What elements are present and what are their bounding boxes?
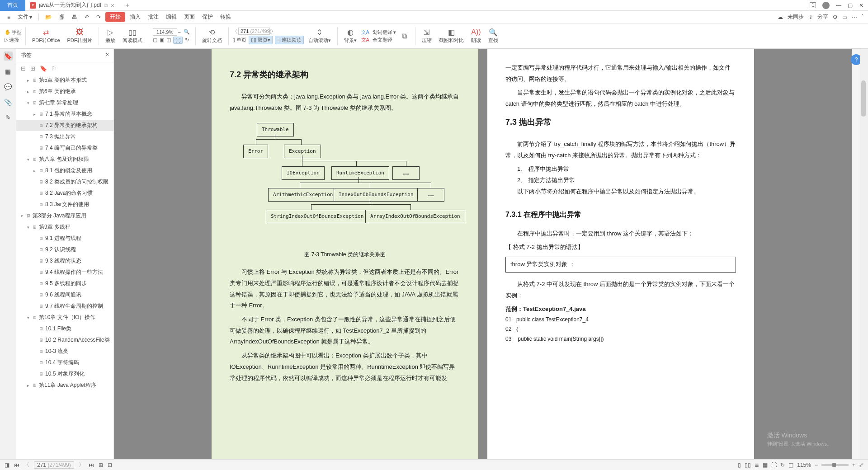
actual-size-icon[interactable]: ◫ [166,37,171,43]
compress[interactable]: ⇲压缩 [419,25,434,47]
bookmark-item[interactable]: ▾🗏第3部分 Java程序应用 [16,210,113,221]
extract[interactable]: ⧉ [398,25,411,47]
undo-icon[interactable]: ↶ [82,13,92,21]
scroll-thumb[interactable] [861,80,866,117]
bookmark-item[interactable]: ▾🗏第七章 异常处理 [16,97,113,108]
zoom-in-icon[interactable]: 🔍 [184,29,190,35]
fit-icon[interactable]: ⛶ [771,462,777,468]
bookmark-item[interactable]: 🗏9.5 多线程的同步 [16,278,113,289]
bookmark-panel-icon[interactable]: 🔖 [4,52,13,61]
fit-width-icon[interactable]: ▢ [153,37,157,43]
menu-annotate[interactable]: 批注 [145,12,161,22]
hand-tool[interactable]: ✋手型 [5,29,22,36]
close-panel-icon[interactable]: × [106,52,109,59]
double-page[interactable]: ▯▯ 双页▾ [249,36,273,44]
double-view-icon[interactable]: ▯▯ [745,462,751,468]
close-window-icon[interactable]: ✕ [859,2,863,9]
menu-protect[interactable]: 保护 [199,12,216,22]
bookmark-item[interactable]: ▸🗏第5章 类的基本形式 [16,75,113,86]
share-icon[interactable]: ⇪ [808,14,813,20]
last-page-icon[interactable]: ⏭ [89,462,94,468]
bookmark-item[interactable]: 🗏8.2 类成员的访问控制权限 [16,176,113,188]
more-icon[interactable]: ⋯ [852,14,857,20]
view-mode-b-icon[interactable]: ⊡ [108,462,112,468]
settings-icon[interactable]: ⚙ [833,14,838,20]
signature-panel-icon[interactable]: ✎ [4,113,13,122]
window-number-icon[interactable]: 1 [810,2,816,8]
bookmark-item[interactable]: 🗏8.3 Jar文件的使用 [16,199,113,210]
bookmark-item[interactable]: 🗏9.4 线程操作的一些方法 [16,267,113,278]
fullscreen-icon[interactable]: ⤢ [859,462,863,468]
bookmark-item[interactable]: 🗏10-3 流类 [16,346,113,357]
bookmark-item[interactable]: 🗏10.1 File类 [16,323,113,334]
find[interactable]: 🔍查找 [486,25,501,47]
bookmark-item[interactable]: ▾🗏第八章 包及访问权限 [16,154,113,165]
menu-start[interactable]: 开始 [105,12,125,22]
bookmark-tree[interactable]: ▸🗏第5章 类的基本形式▸🗏第6章 类的继承▾🗏第七章 异常处理▸🗏7.1 异常… [16,75,113,459]
restore-tab-icon[interactable]: ⧉ [104,2,108,9]
redo-icon[interactable]: ↷ [94,13,104,21]
zoom-input[interactable]: 114.9% [153,28,177,36]
bookmark-item[interactable]: ▸🗏7.1 异常的基本概念 [16,108,113,120]
compare[interactable]: ◧截图和对比 [436,25,467,47]
fit-page-icon[interactable]: ▣ [160,37,164,43]
menu-file[interactable]: 文件 ▾ [15,12,35,22]
menu-page[interactable]: 页面 [181,12,198,22]
pdf-to-office[interactable]: ⇄PDF转Office [29,25,63,47]
bookmark-item[interactable]: ▸🗏8.1 包的概念及使用 [16,165,113,176]
window-icon[interactable]: ▭ [842,14,847,20]
pdf-to-image[interactable]: 🖼PDF转图片 [65,25,95,47]
rotate-view-icon[interactable]: ↻ [185,37,189,43]
bookmark-settings-icon[interactable]: ⚐ [52,65,57,72]
bookmark-item[interactable]: 🗏8.2 Java的命名习惯 [16,188,113,199]
bookmark-item[interactable]: 🗏10.5 对象序列化 [16,368,113,380]
auto-scroll[interactable]: ⇕自动滚动▾ [306,25,334,47]
single-view-icon[interactable]: ▯ [738,462,741,468]
bookmark-item[interactable]: 🗏9.2 认识线程 [16,244,113,255]
save-icon[interactable]: 🗐 [57,13,67,21]
background[interactable]: ◐背景▾ [341,25,359,47]
attachment-panel-icon[interactable]: 📎 [4,98,13,107]
word-translate[interactable]: 文A 划词翻译▾ [361,29,396,36]
select-tool[interactable]: ▷选择 [5,37,22,43]
toggle-side-icon[interactable]: ◨ [5,462,9,468]
comment-panel-icon[interactable]: 💬 [4,82,13,91]
bookmark-item[interactable]: ▸🗏第11章 Java Applet程序 [16,380,113,391]
continuous-view-icon[interactable]: ≣ [755,462,759,468]
bookmark-item[interactable]: ▸🗏第6章 类的继承 [16,86,113,97]
play-button[interactable]: ▷播放 [103,25,118,47]
bookmark-item[interactable]: 🗏9.3 线程的状态 [16,255,113,267]
document-tab[interactable]: P java从一无所知到入门.pdf ⧉ × [25,1,119,9]
page-status[interactable]: 271 (271/499) [34,461,74,469]
marquee-zoom-icon[interactable]: ⛶ [173,37,183,44]
collapse-all-icon[interactable]: ⊟ [21,65,26,72]
layout-icon[interactable]: ◫ [788,462,793,468]
zoom-status[interactable]: 115% [797,462,811,468]
share-label[interactable]: 分享 [817,13,828,21]
sync-icon[interactable]: ☁ [778,14,783,20]
read-aloud[interactable]: A))朗读 [468,25,484,47]
prev-page-icon[interactable]: 〈 [232,28,237,35]
minimize-icon[interactable]: — [836,2,841,9]
sync-label[interactable]: 未同步 [788,13,804,21]
document-viewport[interactable]: 7.2 异常类的继承架构 异常可分为两大类：java.lang.Exceptio… [114,49,852,459]
zoom-out-status-icon[interactable]: − [815,462,818,468]
open-icon[interactable]: 📂 [42,13,55,21]
menu-edit[interactable]: 编辑 [163,12,179,22]
view-mode-a-icon[interactable]: ⊞ [99,462,103,468]
avatar-icon[interactable] [822,2,830,9]
first-page-icon[interactable]: ⏮ [14,462,19,468]
next-page-status-icon[interactable]: 〉 [79,461,84,469]
read-mode[interactable]: ▯▯阅读模式 [120,25,145,47]
bookmark-item[interactable]: ▾🗏第10章 文件（IO）操作 [16,312,113,323]
vertical-scrollbar[interactable] [860,49,868,459]
continuous-read[interactable]: ≡ 连续阅读 [275,36,303,44]
maximize-icon[interactable]: ▢ [848,2,853,9]
bookmark-item[interactable]: 🗏10-2 RandomAccessFile类 [16,334,113,346]
grid-view-icon[interactable]: ▦ [763,462,768,468]
single-page[interactable]: ▯ 单页 [232,37,246,43]
zoom-in-status-icon[interactable]: + [852,462,855,468]
rotate-status-icon[interactable]: ↻ [780,462,785,468]
thumbnail-panel-icon[interactable]: ▦ [4,67,13,76]
zoom-slider[interactable] [821,464,849,466]
